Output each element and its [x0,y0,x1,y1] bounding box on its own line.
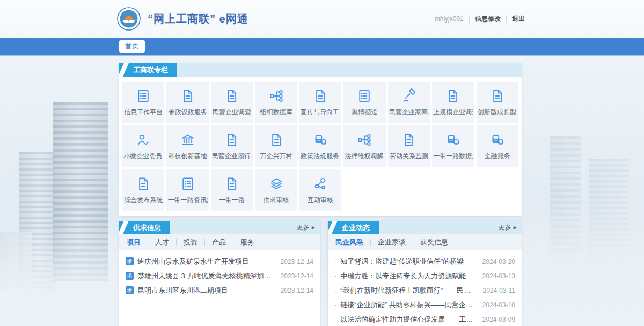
demand-badge: 求 [126,272,134,280]
service-tile-label: 小微企业委员... [123,152,163,161]
username: mhlyjx001 [435,15,464,23]
news-title-link[interactable]: 昆明市东川区东川港二期项目 [137,286,274,295]
user-info: mhlyjx001 | 信息修改 | 退出 [435,14,525,24]
demand-badge: 求 [126,257,134,265]
service-tile[interactable]: 劳动关系监测 [388,125,430,167]
news-tab-bar: 民企风采企业家谈获奖信息 [328,234,522,250]
tab-item[interactable]: 人才 [148,239,176,246]
news-title-link[interactable]: 楚雄州大姚县 3 万吨优质薄壳核桃精深加工及科... [137,271,274,281]
service-tile[interactable]: 创新型成长型... [477,82,518,123]
logout-link[interactable]: 退出 [512,14,525,24]
org-tree-icon [356,132,372,148]
tab-item[interactable]: 企业家谈 [370,239,413,246]
info-edit-link[interactable]: 信息修改 [475,14,501,24]
share-icon [312,176,328,192]
service-tile[interactable]: 供求审核 [255,169,297,211]
org-tree-icon [268,88,284,104]
list-doc-icon [356,88,372,104]
panel-header: 工商联专栏 [119,63,522,77]
item-date: 2024-03-11 [483,287,516,294]
service-tile[interactable]: 综合发布系统 [122,169,164,211]
more-label: 更多 [499,223,511,232]
service-tile-label: 宣传与导向工... [301,108,340,117]
tab-item[interactable]: 项目 [126,239,148,246]
service-tile-label: 创新型成长型... [478,108,517,117]
news-title-link[interactable]: 知了背调：搭建起“传递职业信任”的桥梁 [340,257,475,266]
more-link[interactable]: 更多 ▶ [297,223,315,232]
service-tile[interactable]: 民营企业调查 [211,82,253,123]
file-icon [135,176,151,192]
more-link[interactable]: 更多 ▶ [499,223,517,232]
list-item: ·链接“企业所能” 共助乡村振兴——民营企业...2024-03-10 [334,298,515,312]
list-item: ·以法治的确定性助力提信心促发展——工商联...2024-03-09 [334,312,515,326]
item-date: 2024-03-13 [482,272,515,280]
service-tile[interactable]: 民营企业家网... [388,82,430,123]
supply-list: 求迪庆州山泉水及矿泉水生产开发项目2023-12-14求楚雄州大姚县 3 万吨优… [119,250,320,300]
tab-item[interactable]: 产品 [204,239,233,246]
file-icon [489,88,506,104]
supply-tab-bar: 项目人才投资产品服务 [119,234,320,250]
tab-item[interactable]: 服务 [233,239,261,246]
tab-item[interactable]: 获奖信息 [413,239,455,246]
layers-icon [268,176,284,192]
service-tile[interactable]: 舆情报送 [343,82,385,123]
file-icon [224,132,240,148]
service-tile[interactable]: 科技创新基地 [166,125,208,167]
service-tile[interactable]: 法律维权调解... [343,125,385,167]
list-item: 求楚雄州大姚县 3 万吨优质薄壳核桃精深加工及科...2023-12-14 [126,269,313,283]
background-buildings-left [0,71,131,312]
file-icon [224,176,240,192]
news-title-link[interactable]: 中瑞方胜：以专注铸专长为人力资源赋能 [340,271,475,281]
panel-title: 供求信息 [119,221,170,234]
service-tile[interactable]: 金融服务 [477,125,518,167]
person-check-icon [135,132,151,148]
service-tile[interactable]: 上规模企业调查 [432,82,474,123]
service-tile[interactable]: 组织数据库 [255,82,297,123]
service-tile-label: 民营企业调查 [213,108,251,117]
gavel-icon [401,88,417,104]
item-date: 2023-12-14 [281,272,313,280]
service-tile-label: 舆情报送 [352,108,377,117]
service-tile-label: 一带一路数据库 [433,152,473,161]
service-tile-label: 信息工作平台 [124,108,163,117]
tab-item[interactable]: 投资 [176,239,204,246]
nav-home-tab[interactable]: 首页 [119,40,145,53]
panel-header: 供求信息 更多 ▶ [119,221,320,234]
list-doc-icon [135,88,151,104]
list-item: 求迪庆州山泉水及矿泉水生产开发项目2023-12-14 [126,254,313,269]
file-icon [224,88,240,104]
news-title-link[interactable]: 以法治的确定性助力提信心促发展——工商联... [340,315,475,324]
background-buildings-right [518,118,644,279]
separator: | [506,15,507,23]
file-icon [401,132,417,148]
service-tile[interactable]: 民营企业履行... [211,125,253,167]
database-icon [489,132,506,148]
site-logo-icon [117,7,141,31]
main-nav: 首页 [0,38,644,56]
bullet-dot: · [334,272,336,280]
tab-item[interactable]: 民企风采 [334,239,370,246]
service-tile[interactable]: 信息工作平台 [122,82,164,123]
service-tile[interactable]: 一带一路 [211,169,253,211]
service-tile[interactable]: 政策法规服务... [299,125,341,167]
service-tile[interactable]: 一带一路资讯库 [166,169,208,211]
list-item: ·知了背调：搭建起“传递职业信任”的桥梁2024-03-20 [334,254,515,269]
item-date: 2023-12-14 [281,258,313,265]
supply-demand-panel: 供求信息 更多 ▶ 项目人才投资产品服务 求迪庆州山泉水及矿泉水生产开发项目20… [119,221,320,326]
service-tile[interactable]: 参政议政服务 [166,82,208,123]
service-tile-label: 万企兴万村 [260,152,292,161]
service-tile-label: 法律维权调解... [345,152,384,161]
service-tile-label: 上规模企业调查 [433,108,473,117]
service-tile[interactable]: 一带一路数据库 [432,125,474,167]
news-title-link[interactable]: “我们在新时代新征程上凯歌而行”——民营... [340,286,476,295]
service-tile[interactable]: 宣传与导向工... [299,82,341,123]
service-tile[interactable]: 互动审核 [299,169,341,211]
page-title: “网上工商联” e网通 [148,12,248,26]
separator: | [469,15,470,23]
enterprise-news-panel: 企业动态 更多 ▶ 民企风采企业家谈获奖信息 ·知了背调：搭建起“传递职业信任”… [328,221,522,326]
news-title-link[interactable]: 链接“企业所能” 共助乡村振兴——民营企业... [340,300,475,310]
service-tile[interactable]: 小微企业委员... [122,125,164,167]
service-tile[interactable]: 万企兴万村 [255,125,297,167]
news-title-link[interactable]: 迪庆州山泉水及矿泉水生产开发项目 [137,257,274,266]
demand-badge: 求 [126,286,134,294]
